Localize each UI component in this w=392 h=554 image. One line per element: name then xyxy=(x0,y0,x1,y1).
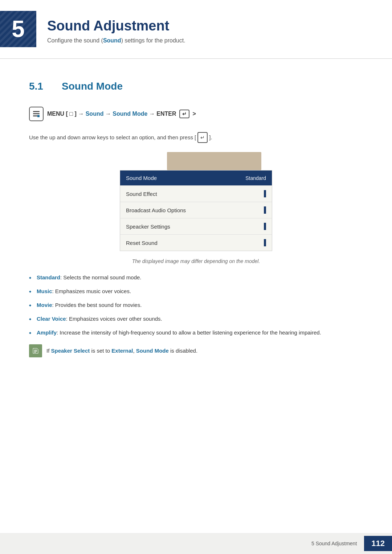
enter-inline-icon: ↵ xyxy=(197,132,208,143)
subtitle-prefix: Configure the sound ( xyxy=(47,37,103,44)
header-divider xyxy=(0,58,392,59)
bullet-list: ◆ Standard: Selects the normal sound mod… xyxy=(29,273,363,337)
desc-music: Emphasizes music over voices. xyxy=(55,288,131,294)
menu-screenshot: Sound Mode Standard Sound Effect Broadca… xyxy=(29,152,363,251)
bracket-close: □ ] xyxy=(69,111,78,117)
desc-standard: Selects the normal sound mode. xyxy=(63,274,141,280)
svg-rect-3 xyxy=(37,115,40,117)
bullet-text-standard: Standard: Selects the normal sound mode. xyxy=(37,273,141,282)
menu-label: MENU xyxy=(47,111,64,117)
section-number: 5.1 xyxy=(29,81,51,92)
menu-item-sound-effect: Sound Effect xyxy=(120,186,272,202)
page-header: 5 Sound Adjustment Configure the sound (… xyxy=(0,0,392,58)
bullet-item-standard: ◆ Standard: Selects the normal sound mod… xyxy=(29,273,363,282)
chapter-title: Sound Adjustment xyxy=(47,18,185,34)
bullet-text-clear-voice: Clear Voice: Emphasizes voices over othe… xyxy=(37,315,162,323)
menu-item-broadcast-bar xyxy=(264,206,266,214)
footer-page: 112 xyxy=(364,536,392,551)
svg-rect-1 xyxy=(33,113,40,114)
menu-items-list: Sound Mode Standard Sound Effect Broadca… xyxy=(120,170,272,251)
menu-item-speaker-settings: Speacker Settings xyxy=(120,218,272,235)
term-clear-voice: Clear Voice xyxy=(37,316,66,322)
bullet-item-movie: ◆ Movie: Provides the best sound for mov… xyxy=(29,301,363,309)
note-middle: is set to xyxy=(90,348,111,354)
menu-item-reset-sound: Reset Sound xyxy=(120,235,272,251)
header-text: Sound Adjustment Configure the sound (So… xyxy=(36,11,196,51)
term-amplify: Amplify xyxy=(37,329,57,336)
note-prefix: If xyxy=(46,348,51,354)
bullet-item-amplify: ◆ Amplify: Increase the intensity of hig… xyxy=(29,328,363,337)
note-sound-mode: Sound Mode xyxy=(136,348,169,354)
chapter-subtitle: Configure the sound (Sound) settings for… xyxy=(47,37,185,44)
bullet-text-amplify: Amplify: Increase the intensity of high-… xyxy=(37,328,321,337)
bullet-dot-music: ◆ xyxy=(29,290,31,294)
note-box: If Speaker Select is set to External, So… xyxy=(29,344,363,357)
svg-rect-0 xyxy=(33,111,40,112)
bullet-text-music: Music: Emphasizes music over voices. xyxy=(37,287,131,296)
nav-sound-mode: Sound Mode xyxy=(113,111,147,117)
note-text: If Speaker Select is set to External, So… xyxy=(46,344,197,355)
menu-item-broadcast: Broadcast Audio Options xyxy=(120,202,272,218)
menu-item-sound-mode-label: Sound Mode xyxy=(126,175,157,181)
menu-item-reset-sound-label: Reset Sound xyxy=(126,240,158,246)
menu-item-broadcast-label: Broadcast Audio Options xyxy=(126,207,186,213)
menu-nav-text: MENU [ □ ] → Sound → Sound Mode → ENTER … xyxy=(47,110,196,118)
menu-item-sound-mode-value: Standard xyxy=(245,175,266,181)
bullet-dot-movie: ◆ xyxy=(29,303,31,308)
arrow1: → xyxy=(78,111,85,117)
menu-navigation: MENU [ □ ] → Sound → Sound Mode → ENTER … xyxy=(29,103,363,125)
colon-clear-voice: : xyxy=(66,316,69,322)
bullet-item-music: ◆ Music: Emphasizes music over voices. xyxy=(29,287,363,296)
colon-music: : xyxy=(52,288,55,294)
section-header: 5.1 Sound Mode xyxy=(29,81,363,92)
instruction-end: ]. xyxy=(209,134,212,140)
footer: 5 Sound Adjustment 112 xyxy=(0,533,392,554)
note-external: External xyxy=(111,348,133,354)
bullet-dot-standard: ◆ xyxy=(29,276,31,280)
nav-enter: ENTER xyxy=(156,111,176,117)
chapter-number: 5 xyxy=(12,16,25,42)
desc-amplify: Increase the intensity of high-frequency… xyxy=(60,329,321,336)
main-content: 5.1 Sound Mode MENU [ □ ] → Sound → Soun… xyxy=(0,62,392,365)
menu-item-sound-effect-bar xyxy=(264,190,266,197)
bullet-dot-amplify: ◆ xyxy=(29,331,31,336)
bullet-item-clear-voice: ◆ Clear Voice: Emphasizes voices over ot… xyxy=(29,315,363,323)
chapter-number-box: 5 xyxy=(0,11,36,47)
menu-item-speaker-settings-label: Speacker Settings xyxy=(126,223,170,230)
menu-icon xyxy=(29,107,44,121)
nav-sound: Sound xyxy=(86,111,104,117)
nav-chevron: > xyxy=(192,111,196,117)
enter-icon: ↵ xyxy=(179,110,189,118)
menu-container: Sound Mode Standard Sound Effect Broadca… xyxy=(120,152,272,251)
colon-movie: : xyxy=(52,302,55,308)
menu-item-sound-effect-label: Sound Effect xyxy=(126,191,157,197)
instruction-text: Use the up and down arrow keys to select… xyxy=(29,134,196,140)
arrow3: → xyxy=(149,111,156,117)
menu-item-reset-bar xyxy=(264,239,266,246)
bullet-dot-clear-voice: ◆ xyxy=(29,317,31,322)
desc-movie: Provides the best sound for movies. xyxy=(55,302,142,308)
subtitle-end: ) settings for the product. xyxy=(121,37,185,44)
term-music: Music xyxy=(37,288,52,294)
subtitle-bold: Sound xyxy=(103,37,121,44)
footer-text: 5 Sound Adjustment xyxy=(304,538,364,549)
bullet-text-movie: Movie: Provides the best sound for movie… xyxy=(37,301,142,309)
term-movie: Movie xyxy=(37,302,52,308)
caption: The displayed image may differ depending… xyxy=(29,258,363,264)
desc-clear-voice: Emphasizes voices over other sounds. xyxy=(69,316,162,322)
section-title: Sound Mode xyxy=(62,81,123,92)
note-speaker-select: Speaker Select xyxy=(51,348,90,354)
description-text: Use the up and down arrow keys to select… xyxy=(29,132,363,143)
note-comma: , xyxy=(133,348,136,354)
menu-item-speaker-bar xyxy=(264,223,266,230)
menu-item-sound-mode: Sound Mode Standard xyxy=(120,171,272,186)
note-icon xyxy=(29,344,42,357)
bracket-open: [ xyxy=(66,111,68,117)
menu-top-bar xyxy=(167,152,261,170)
term-standard: Standard xyxy=(37,274,60,280)
arrow2: → xyxy=(105,111,113,117)
note-suffix: is disabled. xyxy=(169,348,197,354)
